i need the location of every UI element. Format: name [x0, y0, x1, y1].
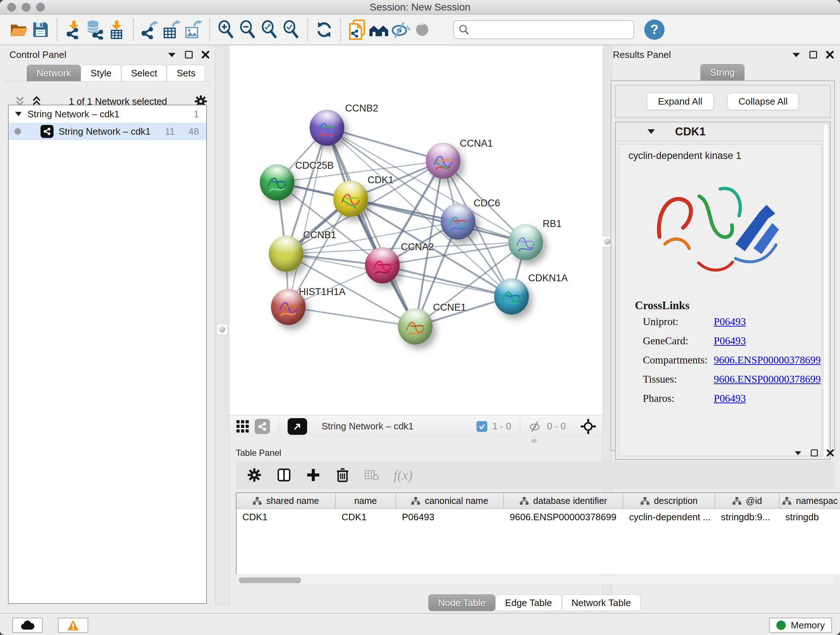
column-header-canonical-name[interactable]: canonical name [396, 493, 504, 509]
network-node-CDC6[interactable] [441, 203, 475, 240]
network-node-CCNA2[interactable] [365, 247, 400, 283]
save-session-button[interactable] [30, 19, 51, 41]
column-header-description[interactable]: description [623, 493, 715, 509]
show-hide-panel-button[interactable] [390, 19, 411, 41]
crosslink-link[interactable]: P06493 [714, 335, 746, 347]
collapse-all-button[interactable]: Collapse All [728, 93, 799, 110]
crosslink-link[interactable]: 9606.ENSP00000378699 [714, 354, 821, 366]
float-panel-icon[interactable] [809, 50, 818, 59]
network-node-RB1[interactable] [508, 224, 543, 260]
create-column-icon[interactable] [306, 468, 321, 482]
column-header-@id[interactable]: @id [715, 493, 780, 509]
crosslink-link[interactable]: 9606.ENSP00000378699 [714, 373, 821, 385]
apply-layout-button[interactable] [313, 19, 335, 41]
column-header-shared-name[interactable]: shared name [237, 493, 336, 509]
tab-style[interactable]: Style [81, 65, 121, 81]
import-table-button[interactable] [106, 19, 128, 41]
zoom-out-button[interactable] [237, 19, 259, 41]
column-header-namespac[interactable]: namespac [780, 493, 840, 509]
northeast-arrow-icon [292, 421, 302, 432]
collapse-panel-icon[interactable] [791, 51, 801, 58]
network-node-CDK1[interactable] [333, 181, 368, 217]
protein-section-header[interactable]: CDK1 [616, 122, 830, 141]
delete-column-icon[interactable] [335, 467, 350, 483]
network-edge-CCNE1-HIST1H1A[interactable] [288, 307, 415, 326]
expand-collapse-box: Expand All Collapse All [615, 85, 831, 118]
control-panel-tabs: NetworkStyleSelectSets [27, 65, 205, 81]
network-node-CCNE1[interactable] [398, 309, 433, 345]
table-cell: CDK1 [237, 509, 336, 525]
horizontal-splitter-handle[interactable] [531, 439, 537, 443]
cloud-status-button[interactable] [12, 618, 43, 633]
zoom-fit-button[interactable] [259, 19, 280, 41]
tab-network-table[interactable]: Network Table [562, 594, 641, 611]
preview-button[interactable] [411, 19, 433, 41]
close-panel-icon[interactable] [826, 50, 834, 59]
collapse-panel-icon[interactable] [167, 51, 177, 58]
string-documents-button[interactable] [346, 19, 368, 41]
collection-expand-icon[interactable] [14, 111, 22, 117]
results-scrollbar[interactable] [823, 125, 829, 457]
tab-sets[interactable]: Sets [167, 65, 205, 81]
left-splitter[interactable] [215, 45, 229, 606]
close-panel-icon[interactable] [826, 449, 834, 457]
show-columns-icon[interactable] [276, 467, 292, 483]
column-header-database-identifier[interactable]: database identifier [504, 493, 623, 509]
tab-select[interactable]: Select [121, 65, 167, 81]
network-node-CDKN1A[interactable] [494, 279, 529, 315]
network-canvas[interactable]: CCNB2CCNA1CDC25BCDK1CDC6RB1CCNB1CCNA2CDK… [229, 46, 603, 415]
export-table-button[interactable] [161, 19, 182, 41]
tab-network[interactable]: Network [27, 65, 81, 81]
memory-button[interactable]: Memory [769, 618, 832, 633]
crosslinks-list: Uniprot:P06493GeneCard:P06493Compartment… [628, 316, 821, 404]
table-options-gear-icon[interactable] [247, 467, 262, 483]
export-image-button[interactable] [182, 19, 204, 41]
section-collapse-icon[interactable] [647, 128, 655, 135]
crosslink-link[interactable]: P06493 [714, 393, 746, 404]
network-collection-row[interactable]: String Network – cdk1 1 [9, 105, 206, 123]
warnings-button[interactable] [58, 618, 88, 633]
export-network-button[interactable] [139, 19, 161, 41]
float-panel-icon[interactable] [185, 50, 193, 59]
help-button[interactable]: ? [644, 19, 665, 40]
titlebar[interactable]: Session: New Session [0, 0, 840, 14]
network-node-CCNA1[interactable] [426, 143, 461, 179]
table-row[interactable]: CDK1CDK1P064939606.ENSP00000378699cyclin… [237, 509, 840, 525]
collapse-panel-icon[interactable] [794, 450, 802, 456]
control-panel: Control Panel NetworkStyleSelectSets 1 o… [0, 45, 215, 606]
search-input[interactable] [453, 20, 634, 39]
close-panel-icon[interactable] [201, 50, 210, 59]
float-panel-icon[interactable] [810, 449, 818, 457]
network-node-CCNB1[interactable] [269, 236, 303, 272]
scrollbar-thumb[interactable] [239, 578, 301, 583]
grid-view-icon[interactable] [236, 420, 249, 433]
table-horizontal-scrollbar[interactable] [236, 576, 834, 584]
open-session-button[interactable] [8, 19, 30, 41]
protein-ribbon-thumbnail [339, 189, 362, 211]
import-network-file-button[interactable] [63, 19, 84, 41]
network-edges-layer [229, 46, 603, 415]
crosslink-link[interactable]: P06493 [714, 316, 746, 328]
zoom-in-button[interactable] [215, 19, 237, 41]
selected-nodes-checkbox[interactable] [477, 421, 487, 432]
tab-edge-table[interactable]: Edge Table [495, 594, 562, 611]
left-splitter-handle[interactable] [217, 324, 227, 335]
network-node-CDC25B[interactable] [260, 165, 294, 201]
home-networks-button[interactable] [368, 19, 390, 41]
column-header-name[interactable]: name [336, 493, 396, 509]
network-view-type-icon[interactable] [255, 419, 270, 434]
control-panel-title: Control Panel [9, 49, 66, 60]
zoom-selected-button[interactable] [280, 19, 302, 41]
network-row[interactable]: String Network – cdk1 11 48 [9, 123, 206, 140]
fit-selected-crosshair-icon[interactable] [580, 418, 596, 434]
import-network-database-button[interactable] [84, 19, 106, 41]
tab-string[interactable]: String [700, 64, 745, 81]
expand-all-button[interactable]: Expand All [647, 93, 714, 110]
node-label-CDC6: CDC6 [474, 198, 500, 209]
node-table: shared namename canonical name database … [236, 492, 840, 574]
node-label-CCNA2: CCNA2 [401, 241, 434, 253]
gray-eye-icon [414, 21, 431, 38]
tab-node-table[interactable]: Node Table [428, 594, 495, 611]
detach-view-button[interactable] [287, 418, 307, 435]
network-node-CCNB2[interactable] [309, 110, 344, 146]
